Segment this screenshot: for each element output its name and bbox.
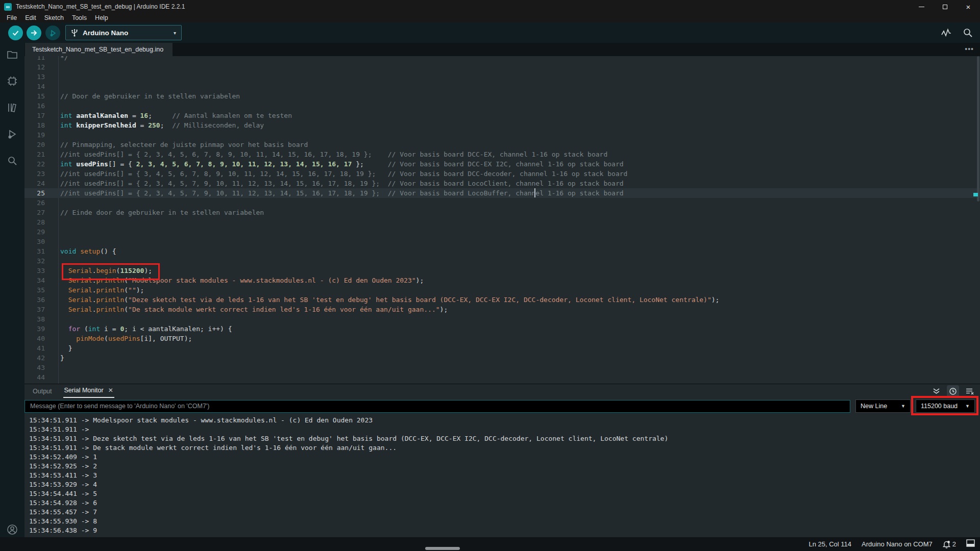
code-line[interactable]: 18int knipperSnelheid = 250; // Millisec… [24, 120, 980, 130]
collapse-panel-button[interactable] [930, 385, 942, 397]
close-icon: × [966, 3, 971, 11]
line-number: 43 [24, 363, 45, 372]
code-line[interactable]: 19 [24, 130, 980, 140]
code-line[interactable]: 22int usedPins[] = { 2, 3, 4, 5, 6, 7, 8… [24, 159, 980, 169]
serial-line: 15:34:56.438 -> 9 [29, 526, 973, 535]
code-line[interactable]: 38 [24, 314, 980, 324]
code-line[interactable]: 16 [24, 101, 980, 111]
code-line[interactable]: 42} [24, 353, 980, 363]
code-line[interactable]: 14 [24, 82, 980, 91]
code-line[interactable]: 24//int usedPins[] = { 2, 3, 4, 5, 7, 9,… [24, 179, 980, 188]
code-line[interactable]: 39 for (int i = 0; i < aantalKanalen; i+… [24, 324, 980, 334]
line-number: 26 [24, 198, 45, 208]
code-line[interactable]: 29 [24, 227, 980, 237]
line-number: 32 [24, 256, 45, 266]
code-line[interactable]: 25//int usedPins[] = { 2, 3, 4, 5, 7, 9,… [24, 188, 980, 198]
line-ending-value: New Line [861, 403, 887, 410]
tab-overflow-menu[interactable]: ••• [965, 45, 974, 53]
line-number: 39 [24, 324, 45, 334]
menu-file[interactable]: File [3, 14, 20, 22]
close-serial-tab-icon[interactable]: ✕ [108, 387, 113, 394]
editor-scrollbar[interactable] [977, 56, 979, 202]
menu-help[interactable]: Help [91, 14, 112, 22]
tab-serial-monitor[interactable]: Serial Monitor ✕ [63, 385, 114, 398]
code-line[interactable]: 36 Serial.println("Deze sketch test via … [24, 295, 980, 305]
clock-icon [949, 387, 957, 395]
cursor-position[interactable]: Ln 25, Col 114 [808, 540, 851, 548]
board-selector[interactable]: Arduino Nano ▾ [65, 25, 182, 40]
code-line[interactable]: 32 [24, 256, 980, 266]
serial-monitor-button[interactable] [961, 26, 975, 40]
code-line[interactable]: 13 [24, 72, 980, 82]
minimize-button[interactable] [910, 0, 933, 13]
menu-sketch[interactable]: Sketch [41, 14, 67, 22]
serial-output[interactable]: 15:34:51.911 -> Modelspoor stack modules… [29, 416, 973, 535]
sidebar-item-boards-manager[interactable] [0, 70, 24, 92]
code-line[interactable]: 35 Serial.println(""); [24, 285, 980, 295]
board-port-status[interactable]: Arduino Nano on COM7 [862, 540, 933, 548]
code-line[interactable]: 23//int usedPins[] = { 3, 4, 5, 6, 7, 8,… [24, 169, 980, 179]
line-number: 38 [24, 314, 45, 324]
editor-tab-bar: Testsketch_Nano_met_SB_test_en_debug.ino… [24, 43, 980, 56]
serial-line: 15:34:52.925 -> 2 [29, 462, 973, 471]
code-line[interactable]: 27// Einde door de gebruiker in te stell… [24, 208, 980, 217]
sidebar-item-debug[interactable] [0, 123, 24, 145]
code-line[interactable]: 15// Door de gebruiker in te stellen var… [24, 91, 980, 101]
sidebar-item-library-manager[interactable] [0, 96, 24, 119]
line-number: 44 [24, 372, 45, 382]
serial-plotter-button[interactable] [939, 26, 953, 40]
verify-button[interactable] [8, 26, 23, 40]
tab-output[interactable]: Output [30, 386, 55, 397]
code-line[interactable]: 17int aantalKanalen = 16; // Aantal kana… [24, 111, 980, 120]
code-line[interactable]: 31void setup() { [24, 246, 980, 256]
debug-button[interactable] [45, 26, 60, 40]
close-button[interactable]: × [957, 0, 980, 13]
code-line[interactable]: 34 Serial.println("Modelspoor stack modu… [24, 276, 980, 285]
timestamp-toggle-button[interactable] [947, 385, 959, 397]
code-line[interactable]: 11*/ [24, 56, 980, 62]
line-number: 29 [24, 227, 45, 237]
code-line[interactable]: 44 [24, 372, 980, 382]
line-ending-select[interactable]: New Line ▼ [855, 399, 911, 413]
menu-edit[interactable]: Edit [21, 14, 40, 22]
window-title: Testsketch_Nano_met_SB_test_en_debug | A… [16, 3, 185, 10]
serial-message-input[interactable] [24, 400, 850, 413]
toolbar: Arduino Nano ▾ [0, 22, 980, 43]
code-line[interactable]: 40 pinMode(usedPins[i], OUTPUT); [24, 334, 980, 343]
line-number: 12 [24, 62, 45, 72]
annotation-baud-rate-highlight [911, 396, 978, 415]
code-line[interactable]: 20// Pinmapping, selecteer de juiste pin… [24, 140, 980, 149]
code-line[interactable]: 30 [24, 237, 980, 246]
folder-icon [7, 49, 18, 60]
code-line[interactable]: 26 [24, 198, 980, 208]
sidebar-item-search[interactable] [0, 149, 24, 172]
notifications-button[interactable]: 2 [943, 540, 956, 548]
arduino-ide-window: ∞ Testsketch_Nano_met_SB_test_en_debug |… [0, 0, 980, 551]
line-number: 13 [24, 72, 45, 82]
sidebar-item-sketchbook[interactable] [0, 43, 24, 66]
toggle-panel-button[interactable] [966, 539, 975, 549]
code-line[interactable]: 43 [24, 363, 980, 372]
code-editor[interactable]: 11*/12131415// Door de gebruiker in te s… [24, 56, 980, 384]
menu-tools[interactable]: Tools [68, 14, 90, 22]
code-line[interactable]: 41 } [24, 343, 980, 353]
clear-output-icon [966, 388, 974, 395]
line-number: 20 [24, 140, 45, 149]
line-number: 41 [24, 343, 45, 353]
code-line[interactable]: 21//int usedPins[] = { 2, 3, 4, 5, 6, 7,… [24, 149, 980, 159]
serial-line: 15:34:55.457 -> 7 [29, 508, 973, 517]
serial-plotter-icon [941, 28, 951, 37]
clear-output-button[interactable] [964, 385, 976, 397]
line-number: 42 [24, 353, 45, 363]
line-number: 15 [24, 91, 45, 101]
maximize-button[interactable] [933, 0, 957, 13]
tab-sketch-ino[interactable]: Testsketch_Nano_met_SB_test_en_debug.ino [25, 43, 173, 56]
code-line[interactable]: 12 [24, 62, 980, 72]
code-line[interactable]: 28 [24, 217, 980, 227]
line-number: 30 [24, 237, 45, 246]
code-line[interactable]: 33 Serial.begin(115200); [24, 266, 980, 276]
upload-button[interactable] [27, 26, 41, 40]
text-cursor [534, 188, 535, 197]
code-line[interactable]: 37 Serial.println("De stack module werkt… [24, 305, 980, 314]
chevron-down-icon: ▼ [901, 404, 905, 409]
